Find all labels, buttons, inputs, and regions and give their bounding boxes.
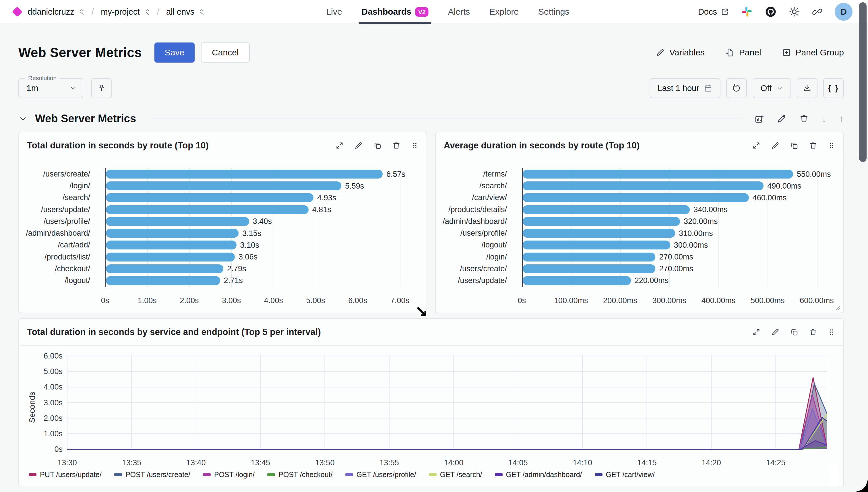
chevron-down-icon	[70, 84, 77, 92]
legend-item[interactable]: GET /users/profile/	[345, 470, 416, 479]
bar[interactable]	[106, 181, 341, 190]
time-series-plot[interactable]	[67, 354, 827, 450]
bar[interactable]	[106, 205, 308, 214]
bar-category-label: /checkout/	[19, 264, 98, 273]
bar[interactable]	[523, 170, 793, 178]
bar-row: /login/5.59s	[19, 181, 420, 190]
axis-tick-label: 2.00s	[180, 296, 199, 305]
bar[interactable]	[106, 193, 314, 202]
copy-icon[interactable]	[790, 328, 798, 337]
github-icon[interactable]	[765, 6, 777, 18]
bar[interactable]	[523, 205, 690, 214]
collapse-chevron-icon[interactable]	[18, 114, 28, 123]
add-panel-group-button[interactable]: Panel Group	[782, 48, 844, 57]
main-nav: Live Dashboards V2 Alerts Explore Settin…	[325, 0, 571, 24]
bar[interactable]	[106, 170, 382, 178]
nav-alerts[interactable]: Alerts	[447, 0, 471, 24]
save-button[interactable]: Save	[154, 43, 195, 63]
panel-scrollbar-track[interactable]	[829, 465, 838, 487]
select-updown-icon[interactable]	[79, 8, 85, 15]
variables-button[interactable]: Variables	[655, 48, 705, 57]
move-up-icon[interactable]: ↑	[839, 113, 844, 124]
bar[interactable]	[523, 229, 675, 238]
time-range-picker[interactable]: Last 1 hour	[650, 78, 720, 98]
theme-sun-icon[interactable]	[789, 6, 800, 17]
nav-dashboards[interactable]: Dashboards V2	[361, 0, 430, 24]
panel-resize-handle[interactable]	[835, 305, 841, 311]
breadcrumb-env[interactable]: all envs	[166, 7, 194, 17]
avatar[interactable]: D	[835, 3, 852, 21]
legend-item[interactable]: PUT /users/update/	[29, 470, 102, 479]
legend-item[interactable]: GET /cart/view/	[595, 470, 655, 479]
cancel-button[interactable]: Cancel	[201, 43, 249, 63]
drag-handle-icon[interactable]	[828, 328, 835, 337]
bar[interactable]	[523, 181, 764, 190]
copy-icon[interactable]	[373, 141, 382, 150]
bar[interactable]	[106, 241, 237, 249]
bar[interactable]	[523, 276, 631, 285]
bar-category-label: /search/	[19, 193, 98, 202]
bar[interactable]	[106, 253, 235, 262]
delete-icon[interactable]	[809, 328, 817, 337]
drag-handle-icon[interactable]	[411, 141, 419, 150]
page-scrollbar-thumb[interactable]	[859, 2, 867, 162]
legend-item[interactable]: GET /search/	[429, 470, 482, 479]
bar-track: 2.79s	[105, 264, 420, 273]
select-updown-icon[interactable]	[144, 8, 150, 15]
add-chart-icon[interactable]	[754, 114, 764, 124]
legend-item[interactable]: POST /login/	[203, 470, 255, 479]
x-tick-label: 13:45	[251, 459, 270, 467]
breadcrumb-separator: /	[92, 7, 94, 17]
expand-icon[interactable]	[752, 141, 761, 150]
bar-value-label: 310.00ms	[679, 229, 713, 238]
delete-icon[interactable]	[809, 141, 817, 150]
file-plus-icon	[725, 48, 735, 57]
bar[interactable]	[523, 193, 749, 202]
nav-explore[interactable]: Explore	[488, 0, 520, 24]
bar-value-label: 3.10s	[240, 241, 259, 249]
logo-diamond-icon[interactable]	[12, 7, 22, 17]
bar[interactable]	[106, 217, 249, 226]
breadcrumb-project[interactable]: my-project	[101, 7, 140, 17]
bar[interactable]	[523, 241, 670, 249]
nav-live[interactable]: Live	[325, 0, 343, 24]
legend-item[interactable]: POST /checkout/	[267, 470, 333, 479]
bar-value-label: 3.40s	[253, 217, 272, 226]
add-panel-button[interactable]: Panel	[725, 48, 761, 57]
delete-icon[interactable]	[799, 114, 809, 124]
nav-settings[interactable]: Settings	[537, 0, 570, 24]
drag-handle-icon[interactable]	[828, 141, 835, 150]
bar[interactable]	[106, 229, 239, 238]
edit-icon[interactable]	[771, 328, 779, 337]
bar-row: /search/490.00ms	[436, 181, 837, 190]
copy-icon[interactable]	[790, 141, 798, 150]
select-updown-icon[interactable]	[199, 8, 205, 15]
refresh-button[interactable]	[726, 78, 747, 98]
legend-item[interactable]: GET /admin/dashboard/	[495, 470, 582, 479]
bar[interactable]	[523, 217, 680, 226]
slack-icon[interactable]	[741, 6, 752, 18]
bar[interactable]	[523, 264, 655, 273]
delete-icon[interactable]	[392, 141, 401, 150]
json-view-button[interactable]: { }	[823, 78, 844, 98]
expand-icon[interactable]	[752, 328, 761, 337]
download-button[interactable]	[797, 78, 817, 98]
edit-icon[interactable]	[771, 141, 779, 150]
resolution-select[interactable]: Resolution 1m	[18, 78, 83, 98]
pin-resolution-button[interactable]	[91, 78, 112, 98]
docs-link[interactable]: Docs	[698, 7, 729, 17]
move-down-icon[interactable]: ↓	[821, 113, 826, 124]
bar-category-label: /users/create/	[19, 170, 98, 178]
legend-item[interactable]: POST /users/create/	[114, 470, 190, 479]
auto-refresh-select[interactable]: Off	[752, 78, 791, 98]
breadcrumb-org[interactable]: ddanielcruzz	[28, 7, 74, 17]
edit-icon[interactable]	[777, 114, 787, 124]
edit-icon[interactable]	[354, 141, 363, 150]
expand-icon[interactable]	[335, 141, 344, 150]
bar-track: 320.00ms	[522, 217, 837, 226]
bar[interactable]	[106, 276, 220, 285]
bar[interactable]	[106, 264, 223, 273]
bar[interactable]	[523, 253, 655, 262]
legend-swatch	[29, 473, 36, 476]
share-link-icon[interactable]	[812, 6, 823, 17]
